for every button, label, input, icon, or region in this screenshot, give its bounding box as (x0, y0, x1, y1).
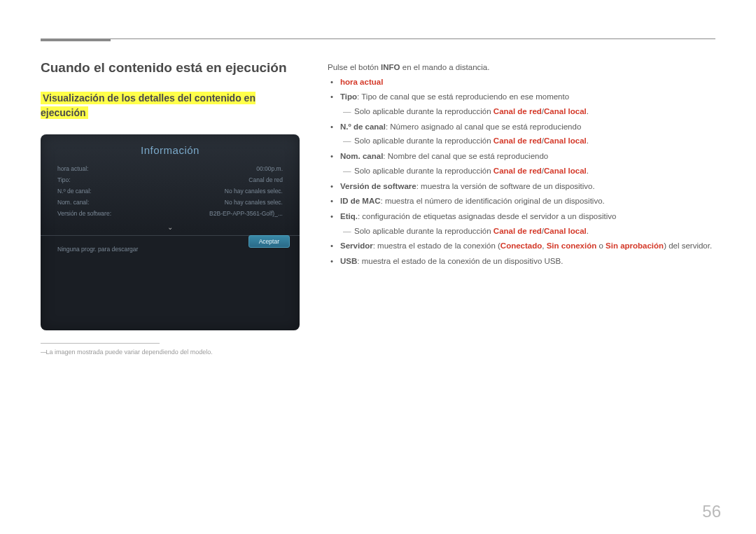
info-key: Versión de software: (57, 210, 111, 217)
info-value: No hay canales selec. (225, 199, 283, 206)
info-key: Nom. canal: (57, 199, 89, 206)
text: Sin aprobación (606, 241, 664, 250)
info-key: N.º de canal: (57, 188, 91, 195)
text: : muestra el número de identificación or… (381, 197, 605, 205)
text: Canal local (544, 227, 587, 235)
intro-text: Pulse el botón INFO en el mando a distan… (328, 60, 715, 75)
info-value: 00:00p.m. (256, 165, 283, 172)
list-item: Nom. canal: Nombre del canal que se está… (337, 149, 715, 178)
info-row: hora actual:00:00p.m. (57, 163, 283, 174)
text: Solo aplicable durante la reproducción (354, 167, 493, 175)
text: : configuración de etiquetas asignadas d… (358, 212, 617, 220)
list-item: ID de MAC: muestra el número de identifi… (337, 194, 715, 209)
text: : Número asignado al canal que se está r… (386, 122, 581, 131)
info-value: Canal de red (248, 176, 283, 183)
list-item: Versión de software: muestra la versión … (337, 179, 715, 194)
sub-note: Solo aplicable durante la reproducción C… (350, 164, 715, 178)
right-column: Pulse el botón INFO en el mando a distan… (328, 60, 715, 357)
list-item: hora actual (337, 75, 715, 90)
text: Canal de red (493, 227, 542, 235)
info-value: B2B-EP-APP-3561-Golf)_... (209, 210, 283, 217)
servidor-label: Servidor (340, 241, 373, 250)
text: . (587, 167, 589, 175)
info-row: Tipo:Canal de red (57, 174, 283, 185)
content-columns: Cuando el contenido está en ejecución Vi… (41, 60, 715, 357)
info-row: Nom. canal:No hay canales selec. (57, 197, 283, 208)
text: Solo aplicable durante la reproducción (354, 107, 493, 115)
page: Cuando el contenido está en ejecución Vi… (0, 0, 756, 357)
header-rule (41, 38, 715, 39)
text: . (587, 136, 589, 145)
ncanal-label: N.º de canal (340, 122, 386, 131)
info-panel-title: Información (48, 141, 293, 163)
heading-2-wrap: Visualización de los detalles del conten… (41, 91, 300, 120)
info-key: hora actual: (57, 165, 88, 172)
usb-label: USB (340, 257, 357, 265)
text: Solo aplicable durante la reproducción (354, 136, 493, 145)
sub-note: Solo aplicable durante la reproducción C… (350, 104, 715, 119)
info-row: Versión de software:B2B-EP-APP-3561-Golf… (57, 208, 283, 219)
text: : muestra el estado de la conexión de un… (357, 257, 563, 265)
info-key: Tipo: (57, 176, 71, 183)
etiq-label: Etiq. (340, 212, 358, 220)
footnote: La imagen mostrada puede variar dependie… (41, 347, 300, 357)
text: Conectado (500, 241, 542, 250)
text: Canal local (544, 107, 587, 115)
info-table: hora actual:00:00p.m. Tipo:Canal de red … (48, 163, 293, 219)
list-item: Etiq.: configuración de etiquetas asigna… (337, 209, 715, 238)
list-item: USB: muestra el estado de la conexión de… (337, 254, 715, 269)
list-item: Tipo: Tipo de canal que se está reproduc… (337, 90, 715, 118)
text: Canal local (544, 167, 587, 175)
footnote-rule (41, 343, 160, 344)
text: Canal de red (493, 167, 542, 175)
page-number: 56 (702, 502, 721, 521)
heading-2: Visualización de los detalles del conten… (41, 92, 255, 119)
list-item: Servidor: muestra el estado de la conexi… (337, 239, 715, 253)
text: Sin conexión (547, 241, 597, 250)
text: o (596, 241, 606, 250)
tipo-label: Tipo (340, 92, 357, 101)
sub-note: Solo aplicable durante la reproducción C… (350, 134, 715, 148)
sub-note: Solo aplicable durante la reproducción C… (350, 224, 715, 239)
text: Canal de red (493, 107, 542, 115)
text: Solo aplicable durante la reproducción (354, 227, 493, 235)
info-value: No hay canales selec. (225, 188, 283, 195)
left-column: Cuando el contenido está en ejecución Vi… (41, 60, 300, 357)
mac-label: ID de MAC (340, 197, 381, 205)
chevron-down-icon: ⌄ (48, 219, 293, 235)
text: Canal de red (493, 136, 542, 145)
list-item: N.º de canal: Número asignado al canal q… (337, 120, 715, 148)
text: en el mando a distancia. (400, 63, 490, 71)
text: : Tipo de canal que se está reproduciend… (357, 92, 569, 101)
text: : muestra la versión de software de un d… (416, 182, 595, 190)
version-label: Versión de software (340, 182, 416, 190)
text: : Nombre del canal que se está reproduci… (383, 152, 548, 160)
text: Pulse el botón (328, 63, 381, 71)
text: . (587, 107, 589, 115)
hora-actual-label: hora actual (340, 78, 383, 86)
text: Canal local (544, 136, 587, 145)
text: ) del servidor. (664, 241, 712, 250)
details-list: hora actual Tipo: Tipo de canal que se e… (328, 75, 715, 269)
text: . (587, 227, 589, 235)
info-panel: Información hora actual:00:00p.m. Tipo:C… (41, 134, 300, 330)
heading-1: Cuando el contenido está en ejecución (41, 60, 300, 76)
accept-button[interactable]: Aceptar (248, 235, 290, 248)
nomcanal-label: Nom. canal (340, 152, 383, 160)
info-row: N.º de canal:No hay canales selec. (57, 185, 283, 197)
info-label: INFO (381, 63, 400, 71)
text: : muestra el estado de la conexión ( (373, 241, 500, 250)
